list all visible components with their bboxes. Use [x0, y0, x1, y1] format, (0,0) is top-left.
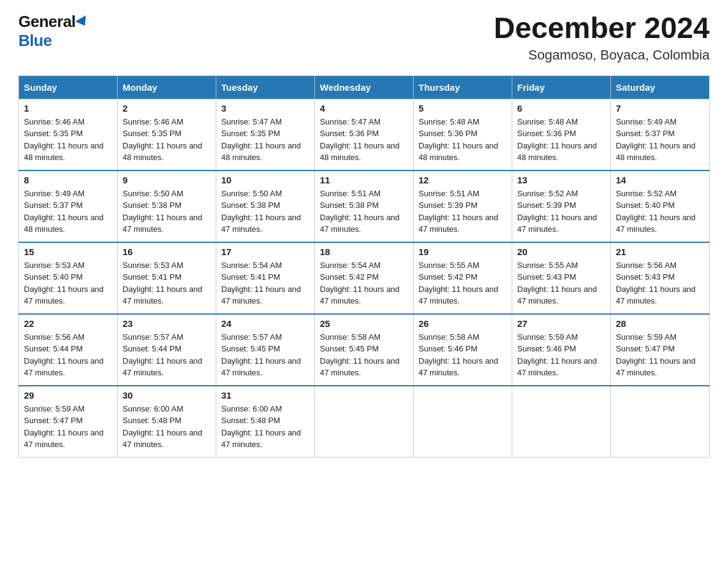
calendar-cell: 26Sunrise: 5:58 AMSunset: 5:46 PMDayligh… — [414, 314, 512, 386]
weekday-row: SundayMondayTuesdayWednesdayThursdayFrid… — [19, 75, 710, 99]
calendar-table: SundayMondayTuesdayWednesdayThursdayFrid… — [18, 75, 710, 458]
calendar-cell: 27Sunrise: 5:59 AMSunset: 5:46 PMDayligh… — [512, 314, 611, 386]
calendar-cell: 9Sunrise: 5:50 AMSunset: 5:38 PMDaylight… — [118, 170, 216, 242]
calendar-cell: 24Sunrise: 5:57 AMSunset: 5:45 PMDayligh… — [216, 314, 315, 386]
day-number: 19 — [419, 247, 507, 257]
day-info: Sunrise: 5:59 AMSunset: 5:46 PMDaylight:… — [517, 331, 605, 379]
day-number: 9 — [123, 175, 211, 185]
day-info: Sunrise: 5:46 AMSunset: 5:35 PMDaylight:… — [123, 116, 211, 164]
calendar-cell: 5Sunrise: 5:48 AMSunset: 5:36 PMDaylight… — [414, 99, 512, 170]
weekday-header-monday: Monday — [118, 75, 216, 99]
day-number: 26 — [419, 318, 507, 329]
day-info: Sunrise: 5:59 AMSunset: 5:47 PMDaylight:… — [616, 331, 704, 379]
day-info: Sunrise: 5:57 AMSunset: 5:45 PMDaylight:… — [221, 331, 309, 379]
day-info: Sunrise: 5:54 AMSunset: 5:41 PMDaylight:… — [221, 259, 309, 307]
day-number: 23 — [123, 318, 211, 329]
calendar-header: SundayMondayTuesdayWednesdayThursdayFrid… — [19, 75, 710, 99]
calendar-cell: 17Sunrise: 5:54 AMSunset: 5:41 PMDayligh… — [216, 242, 315, 314]
day-number: 17 — [221, 247, 309, 257]
day-info: Sunrise: 5:53 AMSunset: 5:41 PMDaylight:… — [123, 259, 211, 307]
weekday-header-tuesday: Tuesday — [216, 75, 315, 99]
calendar-cell — [611, 386, 710, 458]
calendar-cell: 19Sunrise: 5:55 AMSunset: 5:42 PMDayligh… — [414, 242, 512, 314]
day-number: 30 — [123, 390, 211, 400]
day-info: Sunrise: 5:49 AMSunset: 5:37 PMDaylight:… — [24, 188, 112, 236]
day-info: Sunrise: 5:51 AMSunset: 5:39 PMDaylight:… — [419, 188, 507, 236]
weekday-header-friday: Friday — [512, 75, 611, 99]
calendar-cell: 7Sunrise: 5:49 AMSunset: 5:37 PMDaylight… — [611, 99, 710, 170]
day-number: 20 — [517, 247, 605, 257]
day-info: Sunrise: 5:56 AMSunset: 5:43 PMDaylight:… — [616, 259, 704, 307]
calendar-cell — [414, 386, 512, 458]
day-info: Sunrise: 5:54 AMSunset: 5:42 PMDaylight:… — [320, 259, 408, 307]
day-info: Sunrise: 5:48 AMSunset: 5:36 PMDaylight:… — [419, 116, 507, 164]
calendar-body: 1Sunrise: 5:46 AMSunset: 5:35 PMDaylight… — [19, 99, 710, 457]
calendar-cell: 1Sunrise: 5:46 AMSunset: 5:35 PMDaylight… — [19, 99, 118, 170]
day-number: 2 — [123, 103, 211, 113]
calendar-week-row: 15Sunrise: 5:53 AMSunset: 5:40 PMDayligh… — [19, 242, 710, 314]
day-info: Sunrise: 5:55 AMSunset: 5:43 PMDaylight:… — [517, 259, 605, 307]
calendar-cell: 13Sunrise: 5:52 AMSunset: 5:39 PMDayligh… — [512, 170, 611, 242]
day-info: Sunrise: 5:59 AMSunset: 5:47 PMDaylight:… — [24, 403, 112, 451]
day-info: Sunrise: 5:51 AMSunset: 5:38 PMDaylight:… — [320, 188, 408, 236]
calendar-week-row: 1Sunrise: 5:46 AMSunset: 5:35 PMDaylight… — [19, 99, 710, 170]
day-info: Sunrise: 5:50 AMSunset: 5:38 PMDaylight:… — [221, 188, 309, 236]
title-area: December 2024 Sogamoso, Boyaca, Colombia — [494, 12, 710, 63]
day-number: 25 — [320, 318, 408, 329]
calendar-cell: 21Sunrise: 5:56 AMSunset: 5:43 PMDayligh… — [611, 242, 710, 314]
day-number: 8 — [24, 175, 112, 185]
day-number: 3 — [221, 103, 309, 113]
calendar-cell: 10Sunrise: 5:50 AMSunset: 5:38 PMDayligh… — [216, 170, 315, 242]
day-number: 14 — [616, 175, 704, 185]
calendar-cell: 11Sunrise: 5:51 AMSunset: 5:38 PMDayligh… — [315, 170, 414, 242]
calendar-cell: 31Sunrise: 6:00 AMSunset: 5:48 PMDayligh… — [216, 386, 315, 458]
day-info: Sunrise: 5:46 AMSunset: 5:35 PMDaylight:… — [24, 116, 112, 164]
calendar-cell — [512, 386, 611, 458]
calendar-cell: 6Sunrise: 5:48 AMSunset: 5:36 PMDaylight… — [512, 99, 611, 170]
day-number: 24 — [221, 318, 309, 329]
calendar-subtitle: Sogamoso, Boyaca, Colombia — [494, 47, 710, 63]
logo-arrow-icon — [75, 15, 90, 28]
day-info: Sunrise: 5:47 AMSunset: 5:36 PMDaylight:… — [320, 116, 408, 164]
day-info: Sunrise: 5:55 AMSunset: 5:42 PMDaylight:… — [419, 259, 507, 307]
day-info: Sunrise: 5:56 AMSunset: 5:44 PMDaylight:… — [24, 331, 112, 379]
day-number: 28 — [616, 318, 704, 329]
weekday-header-thursday: Thursday — [414, 75, 512, 99]
calendar-cell: 4Sunrise: 5:47 AMSunset: 5:36 PMDaylight… — [315, 99, 414, 170]
calendar-week-row: 22Sunrise: 5:56 AMSunset: 5:44 PMDayligh… — [19, 314, 710, 386]
calendar-cell: 22Sunrise: 5:56 AMSunset: 5:44 PMDayligh… — [19, 314, 118, 386]
day-info: Sunrise: 5:52 AMSunset: 5:40 PMDaylight:… — [616, 188, 704, 236]
day-number: 6 — [517, 103, 605, 113]
calendar-cell: 28Sunrise: 5:59 AMSunset: 5:47 PMDayligh… — [611, 314, 710, 386]
calendar-cell: 2Sunrise: 5:46 AMSunset: 5:35 PMDaylight… — [118, 99, 216, 170]
day-number: 18 — [320, 247, 408, 257]
calendar-cell: 8Sunrise: 5:49 AMSunset: 5:37 PMDaylight… — [19, 170, 118, 242]
calendar-cell: 25Sunrise: 5:58 AMSunset: 5:45 PMDayligh… — [315, 314, 414, 386]
calendar-cell: 3Sunrise: 5:47 AMSunset: 5:35 PMDaylight… — [216, 99, 315, 170]
day-info: Sunrise: 5:58 AMSunset: 5:45 PMDaylight:… — [320, 331, 408, 379]
calendar-cell: 16Sunrise: 5:53 AMSunset: 5:41 PMDayligh… — [118, 242, 216, 314]
day-number: 16 — [123, 247, 211, 257]
weekday-header-sunday: Sunday — [19, 75, 118, 99]
weekday-header-wednesday: Wednesday — [315, 75, 414, 99]
day-number: 12 — [419, 175, 507, 185]
day-number: 5 — [419, 103, 507, 113]
day-info: Sunrise: 5:47 AMSunset: 5:35 PMDaylight:… — [221, 116, 309, 164]
calendar-title: December 2024 — [494, 12, 710, 45]
calendar-cell: 20Sunrise: 5:55 AMSunset: 5:43 PMDayligh… — [512, 242, 611, 314]
page-header: General Blue December 2024 Sogamoso, Boy… — [18, 12, 710, 63]
calendar-cell: 29Sunrise: 5:59 AMSunset: 5:47 PMDayligh… — [19, 386, 118, 458]
day-info: Sunrise: 5:48 AMSunset: 5:36 PMDaylight:… — [517, 116, 605, 164]
day-info: Sunrise: 5:49 AMSunset: 5:37 PMDaylight:… — [616, 116, 704, 164]
day-info: Sunrise: 5:57 AMSunset: 5:44 PMDaylight:… — [123, 331, 211, 379]
day-number: 13 — [517, 175, 605, 185]
calendar-cell: 12Sunrise: 5:51 AMSunset: 5:39 PMDayligh… — [414, 170, 512, 242]
day-number: 21 — [616, 247, 704, 257]
day-number: 29 — [24, 390, 112, 400]
day-number: 10 — [221, 175, 309, 185]
calendar-cell: 14Sunrise: 5:52 AMSunset: 5:40 PMDayligh… — [611, 170, 710, 242]
calendar-cell — [315, 386, 414, 458]
calendar-cell: 30Sunrise: 6:00 AMSunset: 5:48 PMDayligh… — [118, 386, 216, 458]
calendar-cell: 23Sunrise: 5:57 AMSunset: 5:44 PMDayligh… — [118, 314, 216, 386]
day-info: Sunrise: 5:52 AMSunset: 5:39 PMDaylight:… — [517, 188, 605, 236]
